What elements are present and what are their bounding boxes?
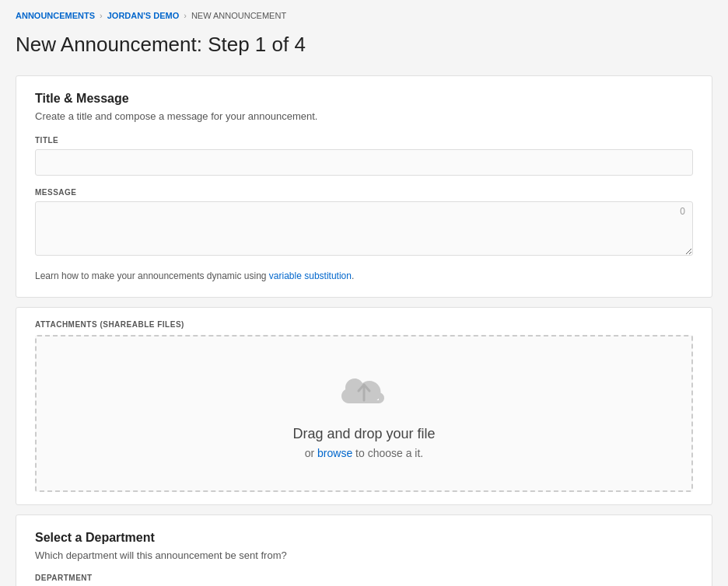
department-section-title: Select a Department: [35, 531, 693, 545]
title-field-group: TITLE: [35, 136, 693, 176]
message-textarea[interactable]: [35, 201, 693, 256]
message-wrapper: 0: [35, 201, 693, 258]
department-section-desc: Which department will this announcement …: [35, 549, 693, 561]
drop-sub-before: or: [305, 447, 317, 459]
breadcrumb-announcements[interactable]: ANNOUNCEMENTS: [16, 11, 95, 20]
section-description: Create a title and compose a message for…: [35, 110, 693, 122]
section-title: Title & Message: [35, 92, 693, 106]
department-field-label: DEPARTMENT: [35, 574, 693, 582]
page-container: ANNOUNCEMENTS › JORDAN'S DEMO › NEW ANNO…: [0, 0, 728, 586]
breadcrumb-current: NEW ANNOUNCEMENT: [191, 11, 286, 20]
breadcrumb-jordans-demo[interactable]: JORDAN'S DEMO: [107, 11, 179, 20]
cloud-upload-icon: [337, 368, 391, 417]
variable-sub-text: Learn how to make your announcements dyn…: [35, 270, 693, 281]
attachments-section: ATTACHMENTS (SHAREABLE FILES) Drag and d…: [16, 307, 712, 505]
drop-sub-after: to choose a it.: [352, 447, 423, 459]
department-section: Select a Department Which department wil…: [16, 514, 712, 586]
variable-sub-after: .: [352, 270, 354, 281]
variable-sub-before: Learn how to make your announcements dyn…: [35, 270, 269, 281]
title-message-section: Title & Message Create a title and compo…: [16, 75, 712, 298]
drop-subtitle: or browse to choose a it.: [305, 447, 424, 459]
drop-zone[interactable]: Drag and drop your file or browse to cho…: [35, 335, 693, 492]
variable-substitution-link[interactable]: variable substitution: [269, 270, 352, 281]
message-field-group: MESSAGE 0: [35, 188, 693, 258]
page-title: New Announcement: Step 1 of 4: [16, 33, 712, 57]
breadcrumb-sep1: ›: [100, 11, 103, 20]
browse-link[interactable]: browse: [317, 447, 352, 459]
title-input[interactable]: [35, 149, 693, 176]
breadcrumb: ANNOUNCEMENTS › JORDAN'S DEMO › NEW ANNO…: [16, 11, 712, 20]
message-char-count: 0: [680, 206, 685, 217]
attachments-label: ATTACHMENTS (SHAREABLE FILES): [35, 320, 693, 329]
message-field-label: MESSAGE: [35, 188, 693, 197]
breadcrumb-sep2: ›: [184, 11, 187, 20]
title-field-label: TITLE: [35, 136, 693, 145]
drop-title: Drag and drop your file: [292, 426, 435, 442]
